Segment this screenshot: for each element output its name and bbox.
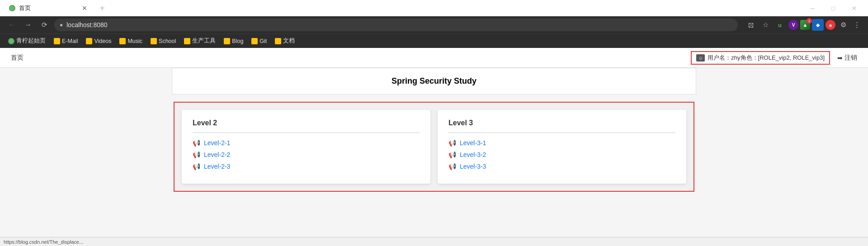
extension-icons: V ▲ 1 ◆ ● ⚙ ⋮ (788, 19, 863, 31)
level2-link-2[interactable]: 📢 Level-2-2 (193, 151, 420, 158)
bookmark-school[interactable]: School (147, 36, 179, 46)
bookmark-favicon-docs (275, 38, 281, 44)
bookmark-favicon-blog (224, 38, 230, 44)
bookmark-favicon-music (119, 38, 126, 44)
close-button[interactable]: ✕ (844, 0, 864, 16)
profile-icon[interactable]: u (774, 19, 786, 31)
status-url: https://blog.csdn.net/The_displace... (4, 239, 83, 245)
bookmark-docs[interactable]: 文档 (271, 35, 298, 47)
level3-link-3-text: Level-3-3 (460, 163, 486, 170)
user-info-box: ☺ 用户名：zhy角色：[ROLE_vip2, ROLE_vip3] (691, 51, 830, 65)
tab-favicon (9, 5, 15, 11)
megaphone-icon-4: 📢 (448, 139, 456, 147)
minimize-button[interactable]: ─ (802, 0, 823, 16)
maximize-button[interactable]: □ (823, 0, 844, 16)
bookmark-videos[interactable]: Videos (82, 36, 115, 46)
bookmark-label-school: School (159, 38, 176, 44)
level2-link-3[interactable]: 📢 Level-2-3 (193, 163, 420, 170)
logout-link[interactable]: ➡ 注销 (837, 54, 857, 62)
badge-count: 1 (807, 18, 812, 24)
url-text: localhost:8080 (66, 21, 107, 28)
level3-divider (448, 132, 675, 133)
home-link[interactable]: 首页 (11, 54, 24, 62)
level2-link-3-text: Level-2-3 (204, 163, 230, 170)
megaphone-icon-6: 📢 (448, 163, 456, 170)
lock-icon: ● (60, 22, 63, 28)
level2-divider (193, 132, 420, 133)
level2-card: Level 2 📢 Level-2-1 📢 Level-2-2 📢 Level-… (182, 110, 430, 184)
tab-close-button[interactable]: ✕ (80, 4, 89, 12)
vpn-extension-icon[interactable]: V (788, 20, 798, 30)
cards-section: Level 2 📢 Level-2-1 📢 Level-2-2 📢 Level-… (174, 102, 694, 192)
bookmark-favicon-videos (86, 38, 92, 44)
key-icon[interactable]: ⛝ (745, 19, 757, 31)
level2-link-1-text: Level-2-1 (204, 139, 230, 147)
level2-title: Level 2 (193, 119, 420, 127)
page-content: 首页 ☺ 用户名：zhy角色：[ROLE_vip2, ROLE_vip3] ➡ … (0, 48, 868, 246)
bookmark-label-music: Music (127, 38, 142, 44)
url-bar[interactable]: ● localhost:8080 (54, 19, 738, 31)
bookmark-music[interactable]: Music (116, 36, 146, 46)
level2-link-1[interactable]: 📢 Level-2-1 (193, 139, 420, 147)
bookmark-label-email: E-Mail (62, 38, 78, 44)
megaphone-icon-3: 📢 (193, 163, 200, 170)
bookmark-label-qingning: 青柠起始页 (16, 37, 46, 45)
tab-bar: 首页 ✕ + ─ □ ✕ (0, 0, 868, 16)
megaphone-icon-1: 📢 (193, 139, 200, 147)
address-bar: ← → ⟳ ● localhost:8080 ⛝ ☆ u V ▲ 1 ◆ ● ⚙… (0, 16, 868, 33)
ext-green-icon[interactable]: ▲ 1 (800, 20, 810, 30)
window-controls: ─ □ ✕ (802, 0, 864, 16)
bookmark-favicon-email (54, 38, 60, 44)
puzzle-icon[interactable]: ⚙ (837, 19, 849, 31)
refresh-button[interactable]: ⟳ (38, 19, 51, 31)
megaphone-icon-5: 📢 (448, 151, 456, 158)
ext-blue-icon[interactable]: ◆ (812, 19, 824, 31)
page-nav-right: ☺ 用户名：zhy角色：[ROLE_vip2, ROLE_vip3] ➡ 注销 (691, 51, 857, 65)
menu-icon[interactable]: ⋮ (851, 19, 863, 31)
level3-title: Level 3 (448, 119, 675, 127)
new-tab-button[interactable]: + (96, 2, 108, 14)
page-nav-left: 首页 (11, 54, 24, 62)
main-content: Spring Security Study Level 2 📢 Level-2-… (172, 68, 696, 192)
tab-title: 首页 (19, 4, 31, 12)
bookmark-label-tools: 生产工具 (192, 37, 216, 45)
level3-link-1[interactable]: 📢 Level-3-1 (448, 139, 675, 147)
page-nav: 首页 ☺ 用户名：zhy角色：[ROLE_vip2, ROLE_vip3] ➡ … (0, 48, 868, 68)
address-right-icons: ⛝ ☆ u V ▲ 1 ◆ ● ⚙ ⋮ (745, 19, 863, 31)
bookmark-favicon-qingning (8, 38, 14, 44)
level3-link-2[interactable]: 📢 Level-3-2 (448, 151, 675, 158)
bookmark-tools[interactable]: 生产工具 (180, 35, 219, 47)
bookmarks-bar: 青柠起始页 E-Mail Videos Music School 生产工具 Bl… (0, 33, 868, 48)
level2-link-2-text: Level-2-2 (204, 151, 230, 158)
user-label: 用户名：zhy角色：[ROLE_vip2, ROLE_vip3] (708, 54, 825, 62)
ext-red-circle-icon[interactable]: ● (826, 20, 835, 30)
bookmark-email[interactable]: E-Mail (50, 36, 81, 46)
level3-link-2-text: Level-3-2 (460, 151, 486, 158)
level3-card: Level 3 📢 Level-3-1 📢 Level-3-2 📢 Level-… (438, 110, 686, 184)
page-title-section: Spring Security Study (172, 68, 696, 95)
bookmark-label-videos: Videos (94, 38, 111, 44)
bookmark-label-docs: 文档 (283, 37, 295, 45)
active-tab[interactable]: 首页 ✕ (4, 1, 94, 15)
bookmark-blog[interactable]: Blog (220, 36, 247, 46)
bookmark-label-git: Git (259, 38, 267, 44)
status-bar: https://blog.csdn.net/The_displace... (0, 237, 868, 246)
logout-label: 注销 (844, 54, 857, 62)
bookmark-qingning[interactable]: 青柠起始页 (5, 35, 49, 47)
back-button[interactable]: ← (5, 19, 18, 31)
level3-link-3[interactable]: 📢 Level-3-3 (448, 163, 675, 170)
page-title: Spring Security Study (392, 76, 476, 85)
browser-chrome: 首页 ✕ + ─ □ ✕ ← → ⟳ ● localhost:8080 ⛝ ☆ … (0, 0, 868, 48)
star-icon[interactable]: ☆ (760, 19, 771, 31)
logout-arrow-icon: ➡ (837, 54, 843, 62)
bookmark-favicon-tools (184, 38, 190, 44)
bookmark-favicon-school (151, 38, 157, 44)
bookmark-favicon-git (251, 38, 258, 44)
user-icon: ☺ (696, 54, 705, 62)
forward-button[interactable]: → (22, 19, 34, 31)
level3-link-1-text: Level-3-1 (460, 139, 486, 147)
bookmark-git[interactable]: Git (248, 36, 270, 46)
megaphone-icon-2: 📢 (193, 151, 200, 158)
bookmark-label-blog: Blog (232, 38, 243, 44)
